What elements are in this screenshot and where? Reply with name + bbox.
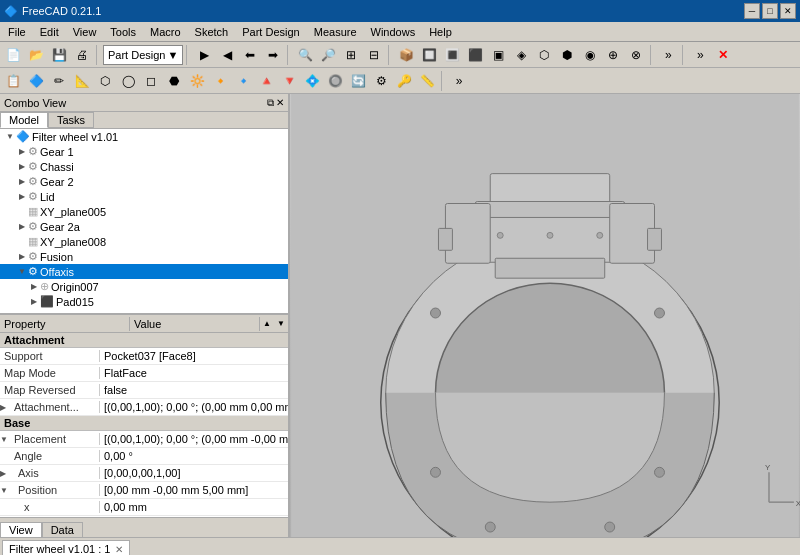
tree-item-gear2a[interactable]: ▶ ⚙ Gear 2a bbox=[0, 219, 288, 234]
t2-1[interactable]: 📋 bbox=[2, 70, 24, 92]
tree-item-gear1[interactable]: ▶ ⚙ Gear 1 bbox=[0, 144, 288, 159]
tb-btn-1[interactable]: ▶ bbox=[193, 44, 215, 66]
tb-btn-12[interactable]: ⬛ bbox=[464, 44, 486, 66]
titlebar-left: 🔷 FreeCAD 0.21.1 bbox=[4, 5, 101, 18]
prop-placement[interactable]: ▼ Placement [(0,00,1,00); 0,00 °; (0,00 … bbox=[0, 431, 288, 448]
t2-14[interactable]: 💠 bbox=[301, 70, 323, 92]
tree-root[interactable]: ▼ 🔷 Filter wheel v1.01 bbox=[0, 129, 288, 144]
tb-btn-19[interactable]: ⊗ bbox=[625, 44, 647, 66]
t2-3[interactable]: ✏ bbox=[48, 70, 70, 92]
t2-16[interactable]: 🔄 bbox=[347, 70, 369, 92]
bottom-tabs: View Data bbox=[0, 517, 288, 537]
menu-edit[interactable]: Edit bbox=[34, 24, 65, 40]
t2-11[interactable]: 🔹 bbox=[232, 70, 254, 92]
menu-tools[interactable]: Tools bbox=[104, 24, 142, 40]
menu-measure[interactable]: Measure bbox=[308, 24, 363, 40]
tb-btn-10[interactable]: 🔲 bbox=[418, 44, 440, 66]
menu-part-design[interactable]: Part Design bbox=[236, 24, 305, 40]
minimize-button[interactable]: ─ bbox=[744, 3, 760, 19]
prop-axis[interactable]: ▶ Axis [0,00,0,00,1,00] bbox=[0, 465, 288, 482]
combo-float-btn[interactable]: ⧉ bbox=[267, 97, 274, 109]
properties-panel[interactable]: Attachment Support Pocket037 [Face8] Map… bbox=[0, 333, 288, 517]
tab-data[interactable]: Data bbox=[42, 522, 83, 537]
close-btn[interactable]: ✕ bbox=[712, 44, 734, 66]
tb-extra-1[interactable]: » bbox=[657, 44, 679, 66]
tb-btn-3[interactable]: ⬅ bbox=[239, 44, 261, 66]
tab-tasks[interactable]: Tasks bbox=[48, 112, 94, 128]
prop-x[interactable]: x 0,00 mm bbox=[0, 499, 288, 516]
tab-view[interactable]: View bbox=[0, 522, 42, 537]
prop-mapmode[interactable]: Map Mode FlatFace bbox=[0, 365, 288, 382]
tree-item-offaxis[interactable]: ▼ ⚙ Offaxis bbox=[0, 264, 288, 279]
close-button[interactable]: ✕ bbox=[780, 3, 796, 19]
menu-macro[interactable]: Macro bbox=[144, 24, 187, 40]
tree-item-pad015[interactable]: ▶ ⬛ Pad015 bbox=[0, 294, 288, 309]
tree-item-chassi[interactable]: ▶ ⚙ Chassi bbox=[0, 159, 288, 174]
combo-close-btn[interactable]: ✕ bbox=[276, 97, 284, 108]
tree-item-fusion[interactable]: ▶ ⚙ Fusion bbox=[0, 249, 288, 264]
t2-7[interactable]: ◻ bbox=[140, 70, 162, 92]
tb-btn-5[interactable]: 🔍 bbox=[294, 44, 316, 66]
arrow-offaxis: ▼ bbox=[16, 267, 28, 276]
print-button[interactable]: 🖨 bbox=[71, 44, 93, 66]
tb-btn-7[interactable]: ⊞ bbox=[340, 44, 362, 66]
t2-2[interactable]: 🔷 bbox=[25, 70, 47, 92]
maximize-button[interactable]: □ bbox=[762, 3, 778, 19]
tree-item-xyplane008[interactable]: ▦ XY_plane008 bbox=[0, 234, 288, 249]
t2-19[interactable]: 📏 bbox=[416, 70, 438, 92]
t2-9[interactable]: 🔆 bbox=[186, 70, 208, 92]
tb-btn-16[interactable]: ⬢ bbox=[556, 44, 578, 66]
menu-help[interactable]: Help bbox=[423, 24, 458, 40]
open-button[interactable]: 📂 bbox=[25, 44, 47, 66]
tb-btn-18[interactable]: ⊕ bbox=[602, 44, 624, 66]
prop-position[interactable]: ▼ Position [0,00 mm -0,00 mm 5,00 mm] bbox=[0, 482, 288, 499]
menu-file[interactable]: File bbox=[2, 24, 32, 40]
new-button[interactable]: 📄 bbox=[2, 44, 24, 66]
t2-17[interactable]: ⚙ bbox=[370, 70, 392, 92]
t2-15[interactable]: 🔘 bbox=[324, 70, 346, 92]
t2-extra[interactable]: » bbox=[448, 70, 470, 92]
save-button[interactable]: 💾 bbox=[48, 44, 70, 66]
tb-btn-8[interactable]: ⊟ bbox=[363, 44, 385, 66]
t2-4[interactable]: 📐 bbox=[71, 70, 93, 92]
tb-btn-11[interactable]: 🔳 bbox=[441, 44, 463, 66]
tb-btn-14[interactable]: ◈ bbox=[510, 44, 532, 66]
prop-val-x: 0,00 mm bbox=[100, 501, 288, 513]
t2-18[interactable]: 🔑 bbox=[393, 70, 415, 92]
tab-model[interactable]: Model bbox=[0, 112, 48, 128]
tb-extra-2[interactable]: » bbox=[689, 44, 711, 66]
menu-view[interactable]: View bbox=[67, 24, 103, 40]
tree-item-gear2[interactable]: ▶ ⚙ Gear 2 bbox=[0, 174, 288, 189]
tree-item-lid[interactable]: ▶ ⚙ Lid bbox=[0, 189, 288, 204]
t2-13[interactable]: 🔻 bbox=[278, 70, 300, 92]
prop-attachment[interactable]: ▶ Attachment... [(0,00,1,00); 0,00 °; (0… bbox=[0, 399, 288, 416]
workbench-dropdown[interactable]: Part Design ▼ bbox=[103, 45, 183, 65]
t2-12[interactable]: 🔺 bbox=[255, 70, 277, 92]
props-scroll-up[interactable]: ▲ bbox=[260, 315, 274, 333]
tb-btn-6[interactable]: 🔎 bbox=[317, 44, 339, 66]
toolbar-secondary: 📋 🔷 ✏ 📐 ⬡ ◯ ◻ ⬣ 🔆 🔸 🔹 🔺 🔻 💠 🔘 🔄 ⚙ 🔑 📏 » bbox=[0, 68, 800, 94]
tb-btn-13[interactable]: ▣ bbox=[487, 44, 509, 66]
tree-item-xyplane005[interactable]: ▦ XY_plane005 bbox=[0, 204, 288, 219]
menu-sketch[interactable]: Sketch bbox=[189, 24, 235, 40]
prop-support[interactable]: Support Pocket037 [Face8] bbox=[0, 348, 288, 365]
viewport-tab-close[interactable]: ✕ bbox=[115, 544, 123, 555]
tb-btn-9[interactable]: 📦 bbox=[395, 44, 417, 66]
tb-btn-2[interactable]: ◀ bbox=[216, 44, 238, 66]
t2-6[interactable]: ◯ bbox=[117, 70, 139, 92]
tb-btn-15[interactable]: ⬡ bbox=[533, 44, 555, 66]
tree-view[interactable]: ▼ 🔷 Filter wheel v1.01 ▶ ⚙ Gear 1 ▶ ⚙ Ch… bbox=[0, 129, 288, 315]
menu-windows[interactable]: Windows bbox=[365, 24, 422, 40]
prop-angle[interactable]: Angle 0,00 ° bbox=[0, 448, 288, 465]
prop-mapreversed[interactable]: Map Reversed false bbox=[0, 382, 288, 399]
tb-btn-17[interactable]: ◉ bbox=[579, 44, 601, 66]
viewport-tab-main[interactable]: Filter wheel v1.01 : 1 ✕ bbox=[2, 540, 130, 556]
tb-btn-4[interactable]: ➡ bbox=[262, 44, 284, 66]
viewport[interactable]: TOP FRONT bbox=[290, 94, 800, 537]
label-origin007: Origin007 bbox=[51, 281, 99, 293]
t2-10[interactable]: 🔸 bbox=[209, 70, 231, 92]
t2-5[interactable]: ⬡ bbox=[94, 70, 116, 92]
t2-8[interactable]: ⬣ bbox=[163, 70, 185, 92]
props-scroll-down[interactable]: ▼ bbox=[274, 315, 288, 333]
tree-item-origin007[interactable]: ▶ ⊕ Origin007 bbox=[0, 279, 288, 294]
